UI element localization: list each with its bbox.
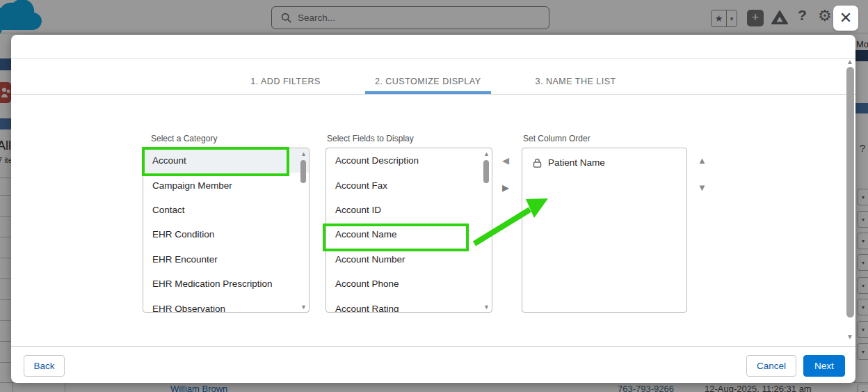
list-item[interactable]: Account ID xyxy=(326,198,492,222)
scrollbar-thumb[interactable] xyxy=(300,160,306,183)
modal-scroll-up-icon[interactable]: ▲ xyxy=(846,58,853,65)
modal-header-divider xyxy=(11,58,855,58)
list-item[interactable]: Account Fax xyxy=(326,173,492,197)
wizard-steps: 1. ADD FILTERS 2. CUSTOMIZE DISPLAY 3. N… xyxy=(11,72,855,94)
ordered-column-item[interactable]: Patient Name xyxy=(522,148,686,168)
list-item[interactable]: EHR Encounter xyxy=(143,247,309,272)
category-listbox: Account Campaign Member Contact EHR Cond… xyxy=(143,148,310,313)
tab-name-the-list[interactable]: 3. NAME THE LIST xyxy=(526,72,626,94)
scrollbar-thumb[interactable] xyxy=(483,160,489,183)
list-item[interactable]: Account Number xyxy=(326,247,492,272)
tab-customize-display[interactable]: 2. CUSTOMIZE DISPLAY xyxy=(365,72,491,94)
back-button[interactable]: Back xyxy=(24,355,65,377)
column-order-label: Set Column Order xyxy=(523,134,590,143)
next-button[interactable]: Next xyxy=(803,355,845,377)
tab-add-filters[interactable]: 1. ADD FILTERS xyxy=(241,72,330,94)
modal-scrollbar-thumb[interactable] xyxy=(846,67,854,317)
list-item[interactable]: EHR Observation xyxy=(143,296,309,313)
column-order-listbox: Patient Name xyxy=(522,148,687,313)
list-item[interactable]: Account Description xyxy=(326,148,492,173)
fields-label: Select Fields to Display xyxy=(327,134,414,143)
screen: ★ ▾ + ? ⚙ All 7 ite Mo ? ▾ ▾ ▾ ▾ ▾ ▾ ▾ ▾… xyxy=(0,0,868,392)
footer-divider xyxy=(11,346,855,347)
fields-listbox: Account Description Account Fax Account … xyxy=(326,148,492,313)
tabs-divider xyxy=(11,94,855,95)
scroll-down-icon[interactable]: ▼ xyxy=(483,304,490,311)
move-down-icon[interactable]: ▼ xyxy=(698,183,707,192)
category-label: Select a Category xyxy=(151,134,217,143)
scroll-up-icon[interactable]: ▲ xyxy=(483,150,490,157)
close-icon[interactable]: ✕ xyxy=(833,6,858,31)
cancel-button[interactable]: Cancel xyxy=(746,355,796,377)
list-item[interactable]: Account xyxy=(143,148,309,173)
move-up-icon[interactable]: ▲ xyxy=(698,156,707,165)
list-item[interactable]: Contact xyxy=(143,198,309,222)
move-left-icon[interactable]: ◀ xyxy=(502,156,509,165)
list-item[interactable]: Campaign Member xyxy=(143,173,309,197)
ordered-column-name: Patient Name xyxy=(548,157,605,168)
move-right-icon[interactable]: ▶ xyxy=(502,183,509,192)
list-item[interactable]: Account Rating xyxy=(326,296,492,313)
list-item[interactable]: EHR Condition xyxy=(143,222,309,246)
customize-display-modal: 1. ADD FILTERS 2. CUSTOMIZE DISPLAY 3. N… xyxy=(11,35,855,383)
list-item[interactable]: EHR Medication Prescription xyxy=(143,272,309,296)
scroll-up-icon[interactable]: ▲ xyxy=(300,150,307,157)
list-item[interactable]: Account Phone xyxy=(326,272,492,296)
lock-icon xyxy=(533,158,542,168)
modal-scroll-down-icon[interactable]: ▼ xyxy=(846,333,853,340)
list-item[interactable]: Account Name xyxy=(326,222,492,246)
scroll-down-icon[interactable]: ▼ xyxy=(300,304,307,311)
